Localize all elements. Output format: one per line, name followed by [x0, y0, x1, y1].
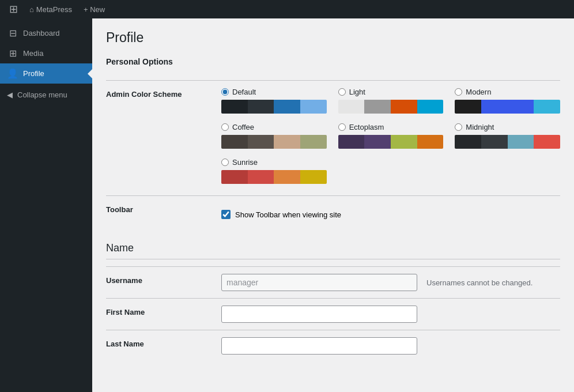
- color-scheme-label: Admin Color Scheme: [106, 88, 221, 99]
- scheme-name-default: Default: [232, 88, 256, 96]
- scheme-color-3: [274, 100, 300, 114]
- name-heading: Name: [106, 242, 560, 259]
- scheme-color-1: [455, 135, 481, 149]
- scheme-option-modern[interactable]: Modern: [455, 88, 560, 114]
- scheme-color-3: [508, 135, 534, 149]
- sidebar: ⊟ Dashboard ⊞ Media 👤 Profile ◀ Collapse…: [0, 18, 92, 392]
- scheme-color-4: [417, 100, 444, 114]
- lastname-row: Last Name: [106, 330, 560, 361]
- sidebar-item-profile[interactable]: 👤 Profile: [0, 63, 92, 84]
- firstname-input[interactable]: [221, 306, 417, 323]
- sidebar-item-dashboard[interactable]: ⊟ Dashboard: [0, 23, 92, 43]
- toolbar-option: Show Toolbar when viewing site: [221, 203, 560, 226]
- scheme-radio-midnight[interactable]: [455, 123, 462, 131]
- scheme-color-3: [391, 135, 417, 149]
- toolbar-label: Toolbar: [106, 203, 221, 214]
- lastname-value: [221, 337, 560, 355]
- scheme-name-ectoplasm: Ectoplasm: [349, 123, 384, 131]
- scheme-option-midnight[interactable]: Midnight: [455, 123, 560, 149]
- toolbar-option-label[interactable]: Show Toolbar when viewing site: [235, 210, 341, 219]
- scheme-color-1: [221, 100, 248, 114]
- scheme-color-3: [391, 100, 417, 114]
- scheme-radio-default[interactable]: [221, 88, 229, 96]
- wp-logo-button[interactable]: ⊞: [5, 0, 22, 18]
- scheme-radio-modern[interactable]: [455, 88, 462, 96]
- site-name-label: MetaPress: [36, 5, 72, 14]
- scheme-color-2: [481, 135, 508, 149]
- toolbar-value: Show Toolbar when viewing site: [221, 203, 560, 226]
- lastname-input[interactable]: [221, 337, 417, 355]
- scheme-radio-light[interactable]: [338, 88, 346, 96]
- scheme-option-coffee[interactable]: Coffee: [221, 123, 327, 149]
- scheme-name-coffee: Coffee: [232, 123, 254, 131]
- scheme-colors-modern: [455, 100, 560, 114]
- lastname-label: Last Name: [106, 337, 221, 348]
- username-input: manager: [221, 274, 417, 291]
- scheme-label-default[interactable]: Default: [221, 88, 327, 96]
- scheme-label-coffee[interactable]: Coffee: [221, 123, 327, 131]
- scheme-colors-light: [338, 100, 444, 114]
- personal-options-section: Personal Options Admin Color Scheme Defa…: [106, 57, 560, 233]
- scheme-color-2: [364, 100, 391, 114]
- scheme-option-sunrise[interactable]: Sunrise: [221, 158, 327, 184]
- scheme-radio-ectoplasm[interactable]: [338, 123, 346, 131]
- sidebar-item-label: Media: [23, 49, 43, 58]
- sidebar-item-label: Profile: [23, 69, 44, 78]
- firstname-row: First Name: [106, 298, 560, 330]
- color-scheme-row: Admin Color Scheme Default: [106, 80, 560, 191]
- scheme-name-midnight: Midnight: [466, 123, 494, 131]
- scheme-label-modern[interactable]: Modern: [455, 88, 560, 96]
- scheme-color-2: [364, 135, 391, 149]
- scheme-colors-midnight: [455, 135, 560, 149]
- scheme-option-default[interactable]: Default: [221, 88, 327, 114]
- scheme-option-ectoplasm[interactable]: Ectoplasm: [338, 123, 444, 149]
- active-indicator: [88, 69, 92, 78]
- scheme-color-2: [248, 135, 274, 149]
- scheme-radio-sunrise[interactable]: [221, 159, 229, 166]
- scheme-color-2: [248, 100, 274, 114]
- dashboard-icon: ⊟: [7, 28, 18, 39]
- new-label: + New: [84, 5, 105, 14]
- toolbar-row: Toolbar Show Toolbar when viewing site: [106, 195, 560, 233]
- scheme-color-3: [274, 170, 300, 184]
- name-section: Name Username manager Usernames cannot b…: [106, 242, 560, 361]
- scheme-label-ectoplasm[interactable]: Ectoplasm: [338, 123, 444, 131]
- scheme-name-light: Light: [349, 88, 365, 96]
- color-scheme-options: Default: [221, 88, 560, 184]
- collapse-menu-button[interactable]: ◀ Collapse menu: [0, 86, 92, 104]
- toolbar-checkbox[interactable]: [221, 210, 231, 219]
- collapse-icon: ◀: [7, 91, 13, 99]
- scheme-color-1: [455, 100, 481, 114]
- new-content-button[interactable]: + New: [79, 0, 109, 18]
- scheme-radio-coffee[interactable]: [221, 123, 229, 131]
- scheme-option-light[interactable]: Light: [338, 88, 444, 114]
- scheme-name-sunrise: Sunrise: [232, 158, 258, 167]
- sidebar-item-media[interactable]: ⊞ Media: [0, 43, 92, 63]
- scheme-colors-coffee: [221, 135, 327, 149]
- scheme-label-light[interactable]: Light: [338, 88, 444, 96]
- profile-icon: 👤: [7, 68, 18, 79]
- scheme-color-4: [300, 170, 327, 184]
- scheme-color-1: [221, 170, 248, 184]
- username-row: Username manager Usernames cannot be cha…: [106, 266, 560, 298]
- admin-bar: ⊞ ⌂ MetaPress + New: [0, 0, 574, 18]
- scheme-label-midnight[interactable]: Midnight: [455, 123, 560, 131]
- scheme-color-1: [338, 100, 365, 114]
- firstname-label: First Name: [106, 306, 221, 316]
- scheme-color-2: [481, 100, 508, 114]
- scheme-color-4: [300, 100, 327, 114]
- scheme-name-modern: Modern: [466, 88, 491, 96]
- scheme-color-1: [338, 135, 365, 149]
- scheme-color-4: [300, 135, 327, 149]
- scheme-colors-ectoplasm: [338, 135, 444, 149]
- site-name-button[interactable]: ⌂ MetaPress: [25, 0, 77, 18]
- firstname-value: [221, 306, 560, 323]
- home-icon: ⌂: [29, 5, 34, 14]
- scheme-color-3: [274, 135, 300, 149]
- scheme-label-sunrise[interactable]: Sunrise: [221, 158, 327, 167]
- username-value: manager Usernames cannot be changed.: [221, 274, 560, 291]
- sidebar-item-label: Dashboard: [23, 29, 60, 37]
- scheme-color-3: [508, 100, 534, 114]
- scheme-color-1: [221, 135, 248, 149]
- main-layout: ⊟ Dashboard ⊞ Media 👤 Profile ◀ Collapse…: [0, 18, 574, 392]
